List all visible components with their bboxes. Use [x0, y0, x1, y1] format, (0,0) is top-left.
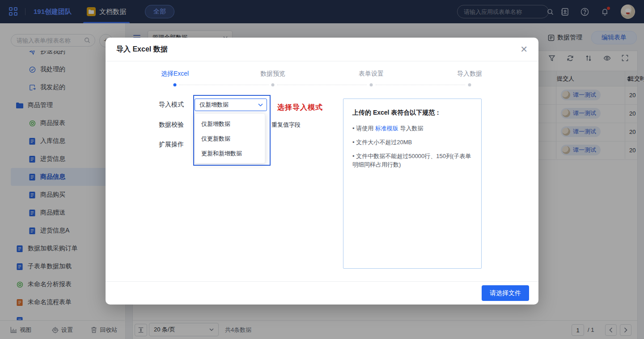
- step-connector: [376, 85, 465, 85]
- spec-bullet-template: 请使用 标准模版 导入数据: [352, 124, 472, 133]
- data-check-text-fragment: 重复值字段: [271, 121, 301, 129]
- import-excel-modal: 导入 Excel 数据 ✕ 选择Excel 数据预览 表单设置 导入数据 导入模…: [106, 38, 538, 305]
- import-mode-label: 导入模式: [159, 101, 184, 109]
- modal-title: 导入 Excel 数据: [116, 45, 168, 54]
- close-icon[interactable]: ✕: [520, 45, 528, 54]
- modal-footer: 请选择文件: [106, 281, 538, 305]
- choose-file-button[interactable]: 请选择文件: [482, 285, 529, 301]
- excel-spec-panel: 上传的 Excel 表符合以下规范： 请使用 标准模版 导入数据 文件大小不超过…: [343, 99, 482, 269]
- step-dot: [271, 83, 275, 86]
- standard-template-link[interactable]: 标准模版: [375, 125, 398, 132]
- page: 191创建团队 文档数据 全部: [0, 0, 644, 339]
- step-form-setting[interactable]: 表单设置: [359, 70, 384, 78]
- modal-header: 导入 Excel 数据 ✕: [106, 38, 538, 61]
- extend-ops-label: 扩展操作: [159, 141, 184, 149]
- option-add-only[interactable]: 仅新增数据: [195, 116, 265, 131]
- spec-bullet-rowlimit: 文件中数据不能超过50000行、150列(子表单明细同样占用行数): [352, 152, 472, 169]
- option-update-only[interactable]: 仅更新数据: [195, 131, 265, 146]
- spec-bullet-filesize: 文件大小不超过20MB: [352, 138, 472, 146]
- step-import-data[interactable]: 导入数据: [457, 70, 482, 78]
- import-mode-value: 仅新增数据: [199, 101, 258, 109]
- option-update-and-add[interactable]: 更新和新增数据: [195, 146, 265, 161]
- step-dot: [468, 83, 471, 86]
- step-data-preview[interactable]: 数据预览: [260, 70, 285, 78]
- spec-title: 上传的 Excel 表符合以下规范：: [352, 109, 472, 117]
- step-select-excel[interactable]: 选择Excel: [161, 70, 189, 78]
- spec-text: 导入数据: [398, 125, 424, 132]
- import-mode-dropdown: 仅新增数据 仅更新数据 更新和新增数据: [195, 113, 265, 163]
- step-connector: [179, 85, 269, 85]
- step-dot: [370, 83, 373, 86]
- import-mode-select[interactable]: 仅新增数据: [195, 99, 267, 111]
- data-check-label: 数据校验: [159, 121, 184, 129]
- step-dot-active: [174, 83, 177, 86]
- annotation-text: 选择导入模式: [277, 103, 323, 112]
- step-connector: [277, 85, 367, 85]
- chevron-down-icon: [258, 103, 263, 107]
- spec-text: 请使用: [356, 125, 375, 132]
